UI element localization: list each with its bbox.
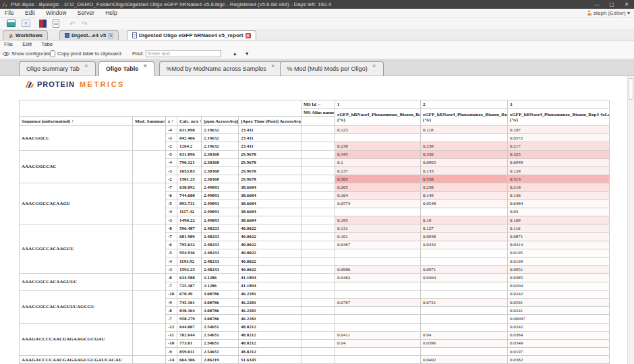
mod-summary-cell[interactable] [133,323,166,356]
sample-value-cell[interactable]: 0.0591 [508,298,610,306]
close-view-button[interactable]: ✕ [22,20,30,27]
sample-value-cell[interactable]: 0.0965 [421,158,508,166]
calc-mz-cell[interactable]: 596.487 [177,224,202,233]
ms-alias-header[interactable]: MS Alias name ← [301,109,335,117]
sample-value-cell[interactable]: 0.0462 [335,274,421,282]
sample-value-cell[interactable]: 0.149 [421,191,508,200]
charge-cell[interactable]: -6 [166,191,177,200]
menu-window[interactable]: Window [41,9,71,18]
user-menu[interactable]: steph (Editor) ▾ [587,9,630,18]
close-tab-icon[interactable]: ✕ [143,63,147,69]
sample-value-cell[interactable] [335,249,421,257]
sample-value-cell[interactable]: 0.0382 [508,356,610,364]
sample-value-cell[interactable] [421,282,508,290]
sample-value-cell[interactable] [421,348,508,356]
calc-mz-cell[interactable]: 745.101 [177,298,202,306]
charge-cell[interactable]: -3 [166,216,177,224]
report-document-button[interactable] [53,20,59,28]
sample-value-cell[interactable]: 0.325 [508,150,610,158]
calc-mz-cell[interactable]: 644.007 [177,323,202,331]
charge-cell[interactable]: -7 [166,315,177,323]
vertical-scrollbar[interactable] [627,76,634,364]
report-tab-oligo-summary-tab[interactable]: Oligo Summary Tab✕ [19,61,96,76]
report-tab-oligo-table[interactable]: Oligo Table✕ [98,61,154,76]
sample-value-cell[interactable]: 0.195 [335,216,421,224]
calc-mz-cell[interactable]: 773.01 [177,339,202,347]
charge-cell[interactable]: -5 [166,200,177,208]
report-tab--mod-multi-mods-per-oligo-[interactable]: % Mod (Multi Mods per Oligo)✕ [280,61,384,76]
sample-value-cell[interactable] [335,315,421,323]
ppm-cell[interactable]: 3.08786 [202,307,239,315]
sample-value-cell[interactable] [421,307,508,315]
charge-cell[interactable]: -2 [166,175,177,183]
sample-value-cell[interactable] [335,134,421,142]
sample-value-cell[interactable]: 0.131 [335,224,421,233]
calc-mz-cell[interactable]: 702.644 [177,331,202,339]
close-tab-icon[interactable]: ✕ [271,63,275,69]
charge-cell[interactable]: -8 [166,224,177,233]
column-header[interactable]: z ↑ [166,117,177,126]
ppm-cell[interactable]: 2.48233 [202,241,239,249]
column-header[interactable]: Mod. Summary ↑ [133,117,166,126]
apex-time-cell[interactable]: 41.1894 [239,274,301,282]
apex-time-cell[interactable]: 38.6684 [239,208,301,216]
charge-cell[interactable]: -4 [166,257,177,266]
apex-time-cell[interactable]: 48.8212 [239,331,301,339]
column-header[interactable]: Calc. m/z ↑ [177,117,202,126]
sample-value-cell[interactable]: 0.136 [508,191,610,200]
close-tab-icon[interactable]: ✕ [246,33,251,38]
sample-value-cell[interactable]: 0.0385 [508,274,610,282]
report-tab--mod-by-modname-across-samples[interactable]: %Mod by ModName across Samples✕ [159,61,283,76]
calc-mz-cell[interactable]: 1581.25 [177,175,202,183]
sample-value-cell[interactable]: 0.137 [335,166,421,175]
sequence-cell[interactable]: AAACGGCC [20,126,133,151]
sample-value-cell[interactable] [421,249,508,257]
mod-summary-cell[interactable] [133,290,166,323]
sample-column-header[interactable]: eGFP_hRNase4_Phenomenex_Biozen_Rep3 4xLo… [508,109,610,126]
sample-value-cell[interactable]: 0.0241 [508,307,610,315]
sample-value-cell[interactable]: 0.0432 [421,241,508,249]
calc-mz-cell[interactable]: 1193.92 [177,257,202,266]
sample-value-cell[interactable]: 0.118 [421,126,508,134]
tab-report[interactable]: Digested Oligo eGFP hRNase4 v5_report ✕ [127,30,256,40]
apex-time-cell[interactable]: 40.0022 [239,224,301,233]
calc-mz-cell[interactable]: 681.989 [177,233,202,241]
sample-value-cell[interactable]: 0.0402 [421,356,508,364]
sample-value-cell[interactable]: 0.0721 [421,298,508,306]
apex-time-cell[interactable]: 38.6684 [239,183,301,191]
sample-value-cell[interactable]: 0.0384 [508,331,610,339]
sample-value-cell[interactable]: 0.00997 [508,315,610,323]
apex-time-cell[interactable]: 48.8212 [239,323,301,331]
mod-summary-cell[interactable] [133,224,166,274]
ppm-cell[interactable]: 2.48233 [202,249,239,257]
calc-mz-cell[interactable]: 954.936 [177,249,202,257]
ppm-cell[interactable]: 2.48233 [202,257,239,266]
table-row[interactable]: AAACGGCCACAAGUUC-8634.5882.128641.18940.… [20,274,610,282]
ppm-cell[interactable]: 2.49093 [202,183,239,191]
sequence-cell[interactable]: AAACGGCCAC [20,150,133,183]
sample-value-cell[interactable]: 0.101 [335,233,421,241]
charge-cell[interactable]: -3 [166,134,177,142]
calc-mz-cell[interactable]: 670.49 [177,290,202,298]
apex-time-cell[interactable]: 23.411 [239,126,301,134]
charge-cell[interactable]: -3 [166,266,177,274]
sample-value-cell[interactable] [335,257,421,266]
sample-value-cell[interactable]: 0.336 [421,150,508,158]
column-header[interactable]: [ppm AcrossAvg] ↑ [202,117,239,126]
tab-digest-doc[interactable]: Digest...e4 v5 ✕ [59,30,119,40]
calc-mz-cell[interactable]: 1592.23 [177,266,202,274]
sample-value-cell[interactable]: 0.116 [508,224,610,233]
apex-time-cell[interactable]: 29.9678 [239,158,301,166]
ppm-cell[interactable]: 2.86219 [202,356,239,364]
ppm-cell[interactable]: 2.1286 [202,274,239,282]
ppm-cell[interactable]: 2.54651 [202,331,239,339]
table-row[interactable]: AAACGGCCACAAGUUCAGCGU-10670.493.0878646.… [20,290,610,298]
calc-mz-cell[interactable]: 631.896 [177,150,202,158]
sample-value-cell[interactable]: 0.125 [335,126,421,134]
sample-value-cell[interactable]: 0.0971 [421,266,508,274]
close-button[interactable]: ✕ [619,0,634,9]
sample-value-cell[interactable] [335,348,421,356]
sample-value-cell[interactable]: 0.238 [421,183,508,191]
sample-value-cell[interactable]: 0.0951 [508,266,610,274]
column-header[interactable]: [Apex Time (Posit) AcrossAvg] ↑ [239,117,301,126]
